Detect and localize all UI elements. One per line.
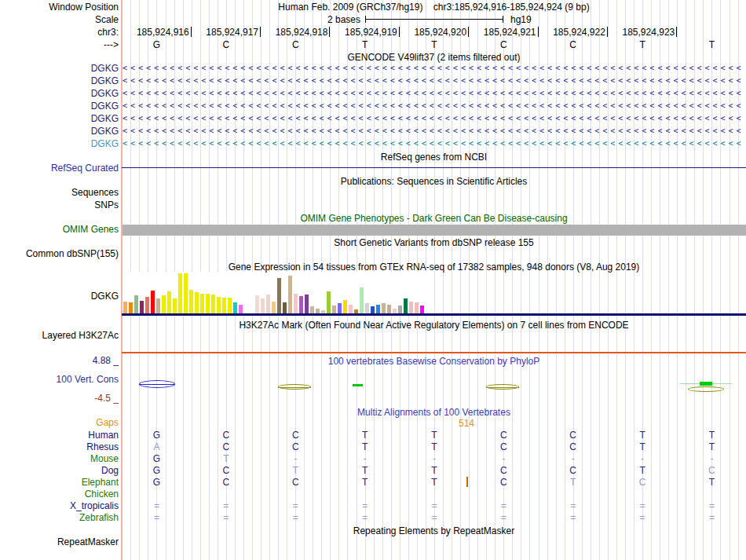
gencode-gene-label[interactable]: DGKG (0, 101, 119, 112)
gtex-baseline (122, 313, 746, 316)
gtex-tissue-bar[interactable] (134, 295, 138, 313)
gtex-gene-label[interactable]: DGKG (0, 291, 119, 302)
conservation-mark[interactable] (353, 384, 363, 386)
h3k27ac-signal-line[interactable] (122, 352, 746, 353)
multiz-species-label[interactable]: Mouse (0, 453, 119, 464)
gtex-tissue-bar[interactable] (382, 303, 386, 313)
refseq-track-label[interactable]: RefSeq Curated (0, 163, 119, 174)
gencode-gene-label[interactable]: DGKG (0, 63, 119, 74)
gtex-tissue-bar[interactable] (173, 298, 177, 313)
gtex-tissue-bar[interactable] (305, 295, 309, 313)
conservation-mark[interactable] (700, 382, 712, 386)
gtex-tissue-bar[interactable] (415, 302, 419, 313)
gencode-gene-label[interactable]: DGKG (0, 88, 119, 99)
gtex-tissue-bar[interactable] (145, 297, 149, 313)
multiz-gaps-label[interactable]: Gaps (0, 417, 119, 428)
gtex-tissue-bar[interactable] (162, 295, 166, 313)
omim-track-bar[interactable] (122, 225, 746, 236)
multiz-species-label[interactable]: X_tropicalis (0, 500, 119, 511)
multiz-base: C (217, 430, 236, 441)
gtex-tissue-bar[interactable] (261, 298, 265, 313)
gtex-tissue-bar[interactable] (349, 305, 353, 313)
gtex-tissue-bar[interactable] (129, 302, 133, 313)
gtex-tissue-bar[interactable] (217, 297, 221, 313)
gencode-gene-arrows[interactable]: <<<<<<<<<<<<<<<<<<<<<<<<<<<<<<<<<<<<<<<<… (123, 126, 744, 136)
gtex-tissue-bar[interactable] (299, 296, 303, 313)
multiz-base: T (702, 441, 721, 452)
multiz-base: C (217, 441, 236, 452)
gtex-tissue-bar[interactable] (343, 300, 347, 313)
gtex-tissue-bar[interactable] (206, 294, 210, 313)
multiz-species-label[interactable]: Zebrafish (0, 512, 119, 523)
conservation-ellipse[interactable] (688, 386, 724, 392)
gencode-gene-arrows[interactable]: <<<<<<<<<<<<<<<<<<<<<<<<<<<<<<<<<<<<<<<<… (123, 89, 744, 98)
gtex-tissue-bar[interactable] (310, 306, 314, 313)
gtex-tissue-bar[interactable] (151, 291, 155, 313)
gtex-tissue-bar[interactable] (294, 294, 298, 313)
gtex-tissue-bar[interactable] (184, 273, 188, 313)
refseq-gene-line[interactable] (122, 167, 746, 168)
gtex-tissue-bar[interactable] (195, 292, 199, 313)
multiz-base: = (633, 512, 652, 523)
gencode-gene-arrows[interactable]: <<<<<<<<<<<<<<<<<<<<<<<<<<<<<<<<<<<<<<<<… (123, 139, 744, 148)
multiz-insertion-marker (466, 477, 468, 487)
gtex-tissue-bar[interactable] (398, 306, 402, 313)
conservation-ellipse-chord (139, 384, 175, 385)
gtex-tissue-bar[interactable] (272, 302, 276, 313)
gencode-gene-arrows[interactable]: <<<<<<<<<<<<<<<<<<<<<<<<<<<<<<<<<<<<<<<<… (123, 101, 744, 111)
conservation-track-label[interactable]: 100 Vert. Cons (0, 374, 119, 385)
repeatmasker-track-label[interactable]: RepeatMasker (0, 536, 119, 547)
multiz-species-label[interactable]: Elephant (0, 477, 119, 488)
gtex-tissue-bar[interactable] (420, 306, 424, 313)
gtex-tissue-bar[interactable] (211, 295, 215, 313)
publications-snps-label[interactable]: SNPs (0, 199, 119, 210)
gtex-tissue-bar[interactable] (239, 305, 243, 313)
gtex-tissue-bar[interactable] (255, 295, 259, 313)
gtex-tissue-bar[interactable] (140, 301, 144, 313)
multiz-species-label[interactable]: Rhesus (0, 441, 119, 452)
gencode-gene-label[interactable]: DGKG (0, 113, 119, 124)
gtex-tissue-bar[interactable] (222, 298, 226, 313)
gtex-tissue-bar[interactable] (404, 298, 408, 313)
gtex-tissue-bar[interactable] (376, 305, 380, 313)
multiz-base: = (494, 500, 513, 511)
gtex-tissue-bar[interactable] (283, 302, 287, 313)
multiz-species-label[interactable]: Chicken (0, 489, 119, 500)
gtex-tissue-bar[interactable] (200, 294, 204, 313)
h3k27ac-track-label[interactable]: Layered H3K27Ac (0, 330, 119, 341)
multiz-species-label[interactable]: Dog (0, 465, 119, 476)
gtex-tissue-bar[interactable] (409, 302, 413, 313)
gtex-tissue-bar[interactable] (189, 290, 193, 313)
gencode-gene-arrows[interactable]: <<<<<<<<<<<<<<<<<<<<<<<<<<<<<<<<<<<<<<<<… (123, 64, 744, 73)
gtex-tissue-bar[interactable] (332, 306, 336, 313)
multiz-base: = (425, 500, 444, 511)
gtex-tissue-bar[interactable] (338, 303, 342, 313)
conservation-track-title: 100 vertebrates Basewise Conservation by… (122, 356, 746, 367)
omim-track-label[interactable]: OMIM Genes (0, 224, 119, 235)
gtex-tissue-bar[interactable] (167, 291, 171, 313)
gtex-tissue-bar[interactable] (277, 278, 281, 313)
gencode-gene-label[interactable]: DGKG (0, 126, 119, 137)
strand-direction-label[interactable]: ---> (0, 39, 119, 50)
gtex-tissue-bar[interactable] (327, 291, 331, 313)
gtex-tissue-bar[interactable] (365, 303, 369, 313)
gtex-tissue-bar[interactable] (156, 298, 160, 313)
gencode-gene-label[interactable]: DGKG (0, 138, 119, 149)
gtex-tissue-bar[interactable] (387, 305, 391, 313)
gtex-tissue-bar[interactable] (360, 287, 364, 313)
gtex-tissue-bar[interactable] (371, 306, 375, 313)
multiz-base: T (356, 430, 375, 441)
gencode-gene-arrows[interactable]: <<<<<<<<<<<<<<<<<<<<<<<<<<<<<<<<<<<<<<<<… (123, 76, 744, 86)
multiz-species-label[interactable]: Human (0, 430, 119, 441)
gtex-tissue-bar[interactable] (228, 298, 232, 313)
gtex-tissue-bar[interactable] (266, 295, 270, 313)
gtex-tissue-bar[interactable] (233, 302, 237, 313)
gtex-tissue-bar[interactable] (123, 302, 127, 313)
publications-sequences-label[interactable]: Sequences (0, 187, 119, 198)
gencode-gene-label[interactable]: DGKG (0, 75, 119, 86)
multiz-base: C (217, 477, 236, 488)
gtex-tissue-bar[interactable] (288, 276, 292, 313)
gtex-tissue-bar[interactable] (178, 273, 182, 313)
gencode-gene-arrows[interactable]: <<<<<<<<<<<<<<<<<<<<<<<<<<<<<<<<<<<<<<<<… (123, 114, 744, 123)
dbsnp-track-label[interactable]: Common dbSNP(155) (0, 248, 119, 259)
